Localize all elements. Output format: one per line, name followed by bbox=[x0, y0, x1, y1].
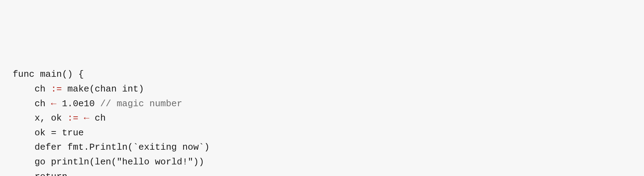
code-line: defer fmt.Println(`exiting now`) bbox=[13, 140, 631, 155]
code-comment: // magic number bbox=[100, 99, 182, 109]
code-text: ch bbox=[34, 99, 51, 109]
code-text: make(chan int) bbox=[62, 84, 144, 94]
indent bbox=[13, 99, 34, 109]
code-text: go println(len("hello world!")) bbox=[34, 157, 204, 167]
code-line: x, ok := ← ch bbox=[13, 111, 631, 126]
indent bbox=[13, 84, 34, 94]
code-line: ch ← 1.0e10 // magic number bbox=[13, 97, 631, 111]
indent bbox=[13, 171, 34, 176]
code-text bbox=[78, 113, 84, 123]
code-operator: ← bbox=[84, 113, 89, 123]
code-text: ch bbox=[34, 84, 51, 94]
indent bbox=[13, 128, 34, 138]
code-line: go println(len("hello world!")) bbox=[13, 155, 631, 170]
code-text: func main() { bbox=[13, 69, 84, 80]
code-block: func main() { ch := make(chan int) ch ← … bbox=[13, 67, 631, 176]
code-line: ch := make(chan int) bbox=[13, 82, 631, 97]
code-text: x, ok bbox=[34, 113, 67, 123]
code-text: 1.0e10 bbox=[56, 99, 100, 109]
code-text: defer fmt.Println(`exiting now`) bbox=[34, 142, 209, 153]
indent bbox=[13, 113, 34, 123]
indent bbox=[13, 142, 34, 153]
code-operator: ← bbox=[51, 99, 56, 109]
code-text: ch bbox=[89, 113, 106, 123]
code-text: return bbox=[34, 171, 67, 176]
code-line: ok = true bbox=[13, 126, 631, 141]
code-operator: := bbox=[51, 84, 62, 94]
code-operator: := bbox=[67, 113, 78, 123]
code-text: ok = true bbox=[34, 128, 83, 138]
indent bbox=[13, 157, 34, 167]
code-line: func main() { bbox=[13, 67, 631, 82]
code-line: return bbox=[13, 170, 631, 176]
